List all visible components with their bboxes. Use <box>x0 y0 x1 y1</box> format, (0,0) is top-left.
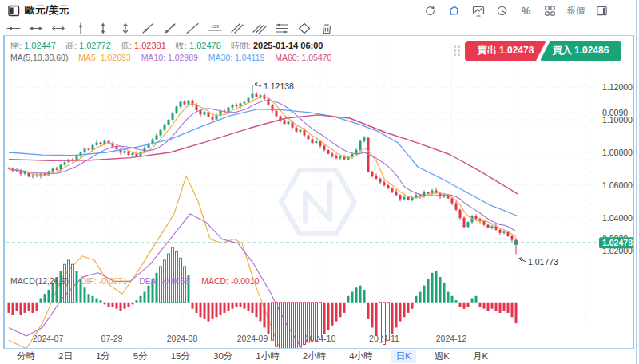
trend-ray-icon[interactable] <box>141 22 155 34</box>
horizontal-segment-icon[interactable] <box>29 22 43 34</box>
tab-30m[interactable]: 30分 <box>208 350 237 363</box>
trading-app: 歐元/美元 % 報價 <box>0 0 639 364</box>
svg-text:2024-12: 2024-12 <box>436 334 467 343</box>
vertical-ray-icon[interactable] <box>73 22 88 34</box>
svg-text:1.06000: 1.06000 <box>602 180 633 190</box>
watermark-logo <box>281 170 355 234</box>
dif-value: -0.0071 <box>99 276 128 286</box>
symbol-title-wrap: 歐元/美元 <box>8 3 69 18</box>
svg-text:07-29: 07-29 <box>101 334 123 343</box>
refresh-icon[interactable] <box>423 4 437 18</box>
time-value: 2025-01-14 06:00 <box>253 41 323 50</box>
chart-board-icon[interactable] <box>471 4 485 18</box>
svg-text:1.01773: 1.01773 <box>528 257 558 267</box>
tab-weekly[interactable]: 週K <box>430 350 454 363</box>
macd-group-label: MACD(12,26,9) <box>10 276 69 286</box>
tab-4h[interactable]: 4小時 <box>344 350 377 363</box>
ohlc-row: 開: 1.02447 高: 1.02772 低: 1.02381 收: 1.02… <box>10 40 330 52</box>
svg-text:1.02478: 1.02478 <box>602 238 633 247</box>
timeframe-tabs: 分時 2日 1分 5分 15分 30分 1小時 2小時 4小時 日K 週K 月K <box>0 349 639 364</box>
tab-timeline[interactable]: 分時 <box>12 350 40 363</box>
high-value: 1.02772 <box>79 41 111 50</box>
svg-text:2024-07: 2024-07 <box>33 334 64 343</box>
chart-panel: 1.120001.100001.080001.060001.040001.020… <box>3 35 634 349</box>
grid-icon[interactable] <box>543 4 557 18</box>
horizontal-extended-icon[interactable] <box>51 22 65 34</box>
percent-icon[interactable]: % <box>519 4 533 18</box>
page-title: 歐元/美元 <box>25 3 69 18</box>
window-edge-accent <box>636 0 637 364</box>
svg-text:1.08000: 1.08000 <box>602 148 633 157</box>
open-value: 1.02447 <box>24 41 56 50</box>
buy-button[interactable]: 買入 1.02486 <box>540 41 621 61</box>
horizontal-ray-icon[interactable] <box>6 22 21 34</box>
tab-daily[interactable]: 日K <box>391 350 416 363</box>
ma60-value: 1.05470 <box>301 53 331 62</box>
tab-15m[interactable]: 15分 <box>166 350 195 363</box>
macd-info-row: MACD(12,26,9) DIF: -0.0071 DEA: -0.0066 … <box>10 276 269 286</box>
tab-2d[interactable]: 2日 <box>54 350 77 363</box>
svg-text:1.12000: 1.12000 <box>602 82 633 92</box>
price-label-icon[interactable]: 123 <box>208 22 222 34</box>
svg-text:2024-09: 2024-09 <box>237 334 268 343</box>
vertical-extended-icon[interactable] <box>118 22 133 34</box>
tab-1m[interactable]: 1分 <box>91 350 115 363</box>
svg-text:123: 123 <box>211 24 220 29</box>
header: 歐元/美元 % 報價 <box>0 0 634 21</box>
fibonacci-icon[interactable] <box>275 22 289 34</box>
sell-button[interactable]: 賣出 1.02478 <box>465 41 546 61</box>
candles-layer <box>8 85 518 254</box>
macd-value: -0.0010 <box>231 276 260 286</box>
ma-row: MA(5,10,30,60) MA5: 1.02693 MA10: 1.0298… <box>10 53 339 62</box>
drawing-toolbar: 123 <box>6 21 334 35</box>
header-actions: % 報價 <box>423 4 628 18</box>
tab-5m[interactable]: 5分 <box>129 350 153 363</box>
ma10-value: 1.02989 <box>168 53 198 62</box>
drag-handle[interactable] <box>454 46 460 56</box>
trend-segment-icon[interactable] <box>163 22 177 34</box>
vertical-segment-icon[interactable] <box>96 22 110 34</box>
tab-1h[interactable]: 1小時 <box>251 350 284 363</box>
ma30-value: 1.04119 <box>235 53 264 62</box>
svg-text:0.0090: 0.0090 <box>602 108 628 117</box>
trend-extended-icon[interactable] <box>185 22 200 34</box>
eraser-icon[interactable] <box>297 22 312 34</box>
ma-group-label: MA(5,10,30,60) <box>10 53 68 62</box>
ma5-value: 1.02693 <box>101 53 131 62</box>
tab-2h[interactable]: 2小時 <box>298 350 331 363</box>
svg-text:2024-08: 2024-08 <box>167 334 198 343</box>
low-value: 1.02381 <box>134 41 166 50</box>
dea-value: -0.0066 <box>161 276 190 286</box>
candlestick-chart[interactable]: 1.120001.100001.080001.060001.040001.020… <box>5 36 633 348</box>
close-value: 1.02478 <box>189 41 221 50</box>
svg-text:1.04000: 1.04000 <box>602 213 633 223</box>
pie-chart-icon[interactable] <box>495 4 509 18</box>
parallel-lines-3-icon[interactable] <box>252 22 267 34</box>
draw-polygon-icon[interactable] <box>447 4 461 18</box>
symbol-icon <box>8 5 20 17</box>
trash-icon[interactable] <box>320 22 334 34</box>
quote-button[interactable]: 報價 <box>567 5 585 17</box>
parallel-lines-2-icon[interactable] <box>230 22 244 34</box>
panel-toggle-icon[interactable] <box>595 4 609 18</box>
trade-buttons: 賣出 1.02478 買入 1.02486 <box>454 41 621 61</box>
tab-monthly[interactable]: 月K <box>468 350 493 363</box>
svg-text:1.12138: 1.12138 <box>264 81 294 91</box>
